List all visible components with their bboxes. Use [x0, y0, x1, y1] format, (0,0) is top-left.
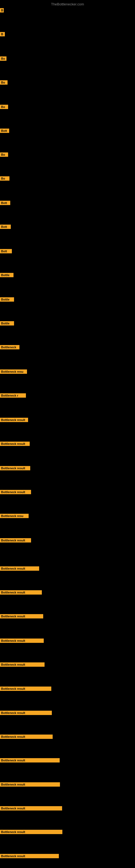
bar-item: Bottle: [0, 321, 14, 327]
bar-label: Bottleneck result: [0, 538, 31, 542]
bar-item: Bo: [0, 80, 8, 86]
bar-label: Bottleneck result: [0, 711, 52, 715]
bar-label: Bottle: [0, 321, 14, 326]
bar-item: Bottleneck result: [0, 466, 30, 471]
bar-item: Bo: [0, 105, 8, 110]
bar-item: Bo: [0, 176, 9, 182]
bar-label: Bo: [0, 80, 8, 85]
bar-label: Bottleneck result: [0, 782, 60, 786]
bar-item: Bottleneck result: [0, 806, 62, 812]
bar-label: Bott: [0, 201, 10, 205]
bar-item: Bott: [0, 225, 11, 230]
bar-label: Bottleneck result: [0, 466, 30, 470]
bar-label: Bottle: [0, 273, 13, 277]
bar-item: Bottleneck result: [0, 490, 31, 495]
bar-item: Bottleneck result: [0, 782, 60, 788]
bar-label: Bottleneck result: [0, 735, 53, 739]
bar-label: Bottleneck result: [0, 854, 59, 858]
bar-item: Bottleneck result: [0, 686, 51, 692]
bar-item: Bottleneck result: [0, 590, 42, 596]
bar-item: Bo: [0, 152, 8, 158]
bar-label: Bottle: [0, 297, 14, 302]
bar-label: Bottleneck result: [0, 758, 60, 763]
bar-label: B: [0, 8, 4, 12]
bar-label: Bo: [0, 152, 8, 157]
bar-label: Bottleneck result: [0, 614, 43, 618]
bar-label: Bottleneck resu: [0, 369, 27, 374]
bar-label: Bottleneck: [0, 345, 19, 349]
bar-item: Bottleneck result: [0, 758, 60, 764]
bar-item: Bott: [0, 129, 9, 134]
bar-item: Bottleneck result: [0, 614, 43, 620]
bar-label: Bottleneck result: [0, 590, 42, 595]
bar-item: Bottleneck: [0, 345, 19, 350]
bar-item: Bottleneck result: [0, 639, 44, 644]
bar-label: Bottleneck resu: [0, 514, 29, 518]
bar-item: Bottleneck result: [0, 711, 52, 716]
bar-item: B: [0, 32, 5, 37]
bar-item: B: [0, 8, 4, 13]
bar-label: Bottleneck result: [0, 662, 45, 667]
bar-label: Bottleneck result: [0, 418, 28, 422]
bar-item: Bottleneck result: [0, 538, 31, 544]
bar-label: Bottleneck result: [0, 566, 39, 571]
bar-item: Bott: [0, 201, 10, 206]
bar-item: Bottleneck r: [0, 393, 26, 399]
bar-label: Bott: [0, 249, 12, 253]
bar-item: Bottle: [0, 273, 13, 278]
bar-item: Bo: [0, 56, 6, 62]
bar-item: Bottle: [0, 297, 14, 303]
bar-label: Bo: [0, 56, 6, 61]
bar-label: B: [0, 32, 5, 36]
bar-item: Bottleneck resu: [0, 514, 29, 519]
bar-label: Bo: [0, 176, 9, 181]
bar-item: Bottleneck result: [0, 830, 62, 835]
bar-item: Bottleneck result: [0, 662, 45, 668]
bar-item: Bottleneck result: [0, 442, 30, 447]
bar-item: Bottleneck resu: [0, 369, 27, 375]
bar-item: Bottleneck result: [0, 854, 59, 859]
bar-label: Bottleneck r: [0, 393, 26, 398]
bar-label: Bo: [0, 105, 8, 109]
bar-label: Bottleneck result: [0, 442, 30, 446]
site-title: TheBottlenecker.com: [51, 2, 84, 6]
bar-label: Bottleneck result: [0, 686, 51, 691]
bar-item: Bottleneck result: [0, 418, 28, 423]
bar-label: Bott: [0, 129, 9, 133]
bar-label: Bottleneck result: [0, 806, 62, 810]
bar-item: Bottleneck result: [0, 566, 39, 572]
bar-label: Bottleneck result: [0, 490, 31, 494]
bar-item: Bott: [0, 249, 12, 254]
bar-label: Bottleneck result: [0, 830, 62, 834]
bar-label: Bottleneck result: [0, 639, 44, 643]
bar-label: Bott: [0, 225, 11, 229]
bar-item: Bottleneck result: [0, 735, 53, 740]
